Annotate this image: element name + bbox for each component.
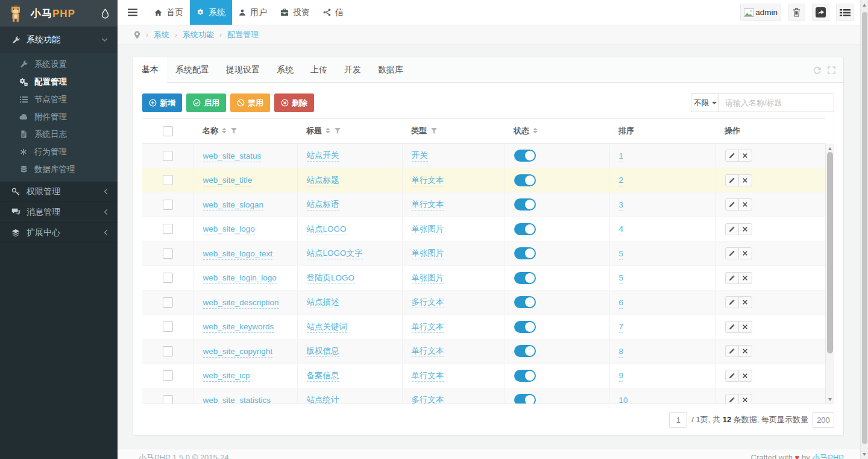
tab-系统[interactable]: 系统 — [268, 57, 302, 82]
delete-row-button[interactable] — [738, 296, 752, 308]
sort-icon[interactable] — [326, 128, 330, 133]
row-checkbox[interactable] — [163, 297, 173, 308]
page-size-input[interactable]: 200 — [813, 412, 834, 428]
edit-button[interactable] — [725, 198, 739, 211]
status-toggle-on[interactable] — [514, 198, 536, 211]
share-button[interactable] — [812, 4, 829, 21]
cell-type[interactable]: 多行文本 — [412, 297, 444, 308]
breadcrumb-link[interactable]: 系统 — [154, 30, 169, 40]
cell-name[interactable]: web_site_login_logo — [203, 273, 277, 284]
delete-row-button[interactable] — [738, 223, 752, 235]
cell-title[interactable]: 站点开关 — [307, 151, 339, 162]
cell-title[interactable]: 站点LOGO — [307, 224, 347, 235]
cell-order[interactable]: 10 — [619, 396, 628, 404]
cell-order[interactable]: 9 — [619, 371, 624, 382]
row-checkbox[interactable] — [163, 200, 173, 210]
edit-button[interactable] — [725, 370, 739, 382]
cell-title[interactable]: 登陆页LOGO — [307, 273, 355, 284]
delete-row-button[interactable] — [738, 198, 752, 211]
sidebar-section-系统功能[interactable]: 系统功能 — [0, 27, 118, 53]
tab-上传[interactable]: 上传 — [302, 57, 336, 82]
edit-button[interactable] — [725, 394, 739, 404]
cell-name[interactable]: web_site_logo — [203, 224, 255, 235]
sidebar-toggle-button[interactable] — [118, 0, 148, 25]
row-checkbox[interactable] — [163, 248, 173, 259]
cell-order[interactable]: 1 — [619, 151, 624, 162]
tab-基本[interactable]: 基本 — [133, 57, 167, 83]
filter-dropdown[interactable]: 不限 — [691, 93, 719, 112]
cell-name[interactable]: web_site_slogan — [203, 200, 264, 211]
cell-order[interactable]: 5 — [619, 273, 624, 284]
cell-type[interactable]: 单行文本 — [412, 200, 444, 211]
cell-order[interactable]: 6 — [619, 298, 624, 309]
row-checkbox[interactable] — [163, 175, 173, 185]
row-checkbox[interactable] — [163, 151, 173, 161]
cell-type[interactable]: 单张图片 — [412, 248, 444, 259]
delete-row-button[interactable] — [738, 150, 752, 162]
cell-order[interactable]: 2 — [619, 176, 624, 186]
row-checkbox[interactable] — [163, 273, 173, 283]
edit-button[interactable] — [725, 345, 739, 357]
删除-button[interactable]: 删除 — [274, 93, 314, 112]
status-toggle-on[interactable] — [514, 247, 536, 259]
启用-button[interactable]: 启用 — [186, 93, 226, 112]
breadcrumb-link[interactable]: 系统功能 — [183, 30, 214, 40]
cell-title[interactable]: 站点统计 — [307, 395, 339, 404]
edit-button[interactable] — [725, 321, 739, 333]
status-toggle-on[interactable] — [514, 174, 536, 186]
delete-row-button[interactable] — [738, 394, 752, 404]
row-checkbox[interactable] — [163, 370, 173, 381]
cell-name[interactable]: web_site_statistics — [203, 396, 271, 404]
edit-button[interactable] — [725, 272, 739, 284]
page-input[interactable]: 1 — [669, 412, 687, 428]
status-toggle-on[interactable] — [514, 345, 536, 357]
status-toggle-on[interactable] — [514, 150, 536, 162]
cell-title[interactable]: 站点描述 — [307, 297, 339, 308]
status-toggle-on[interactable] — [514, 272, 536, 284]
breadcrumb-link[interactable]: 配置管理 — [227, 30, 259, 40]
tab-系统配置[interactable]: 系统配置 — [167, 57, 218, 82]
filter-icon[interactable] — [431, 128, 437, 134]
list-menu-button[interactable] — [836, 4, 854, 21]
status-toggle-on[interactable] — [514, 394, 536, 404]
delete-row-button[interactable] — [738, 272, 752, 284]
cell-name[interactable]: web_site_logo_text — [203, 249, 273, 260]
cell-title[interactable]: 站点标语 — [307, 200, 339, 211]
cell-name[interactable]: web_site_status — [203, 151, 262, 162]
cell-order[interactable]: 3 — [619, 200, 624, 211]
row-checkbox[interactable] — [163, 346, 173, 356]
sidebar-item-数据库管理[interactable]: 数据库管理 — [0, 160, 118, 178]
status-toggle-on[interactable] — [514, 296, 536, 308]
sidebar-item-配置管理[interactable]: 配置管理 — [0, 73, 118, 90]
sidebar-item-系统设置[interactable]: 系统设置 — [0, 55, 118, 73]
sidebar-item-节点管理[interactable]: 节点管理 — [0, 90, 118, 108]
sidebar-item-附件管理[interactable]: 附件管理 — [0, 108, 118, 125]
sort-icon[interactable] — [533, 128, 538, 133]
page-scrollbar[interactable] — [860, 0, 868, 459]
cell-type[interactable]: 单行文本 — [412, 176, 444, 186]
cell-type[interactable]: 单行文本 — [412, 346, 444, 357]
cell-title[interactable]: 站点LOGO文字 — [307, 248, 363, 259]
delete-row-button[interactable] — [738, 174, 752, 186]
sidebar-section-权限管理[interactable]: 权限管理 — [0, 182, 118, 202]
cell-order[interactable]: 7 — [619, 322, 624, 333]
tab-提现设置[interactable]: 提现设置 — [218, 57, 268, 82]
cell-name[interactable]: web_site_description — [203, 298, 279, 309]
cell-title[interactable]: 站点标题 — [307, 176, 339, 186]
status-toggle-on[interactable] — [514, 321, 536, 333]
edit-button[interactable] — [725, 247, 739, 259]
sidebar-section-消息管理[interactable]: 消息管理 — [0, 202, 118, 223]
新增-button[interactable]: 新增 — [142, 93, 182, 112]
search-input[interactable] — [719, 93, 834, 112]
column-header-标题[interactable]: 标题 — [297, 119, 402, 144]
sidebar-item-行为管理[interactable]: 行为管理 — [0, 143, 118, 160]
status-toggle-on[interactable] — [514, 223, 536, 235]
trash-button[interactable] — [788, 4, 805, 21]
cell-name[interactable]: web_site_keywords — [203, 322, 274, 333]
nav-item-信[interactable]: 信 — [316, 0, 350, 25]
refresh-icon[interactable] — [813, 66, 821, 74]
row-checkbox[interactable] — [163, 321, 173, 332]
user-menu[interactable]: admin — [740, 4, 781, 21]
cell-title[interactable]: 版权信息 — [307, 346, 339, 357]
cell-name[interactable]: web_site_icp — [203, 371, 250, 382]
